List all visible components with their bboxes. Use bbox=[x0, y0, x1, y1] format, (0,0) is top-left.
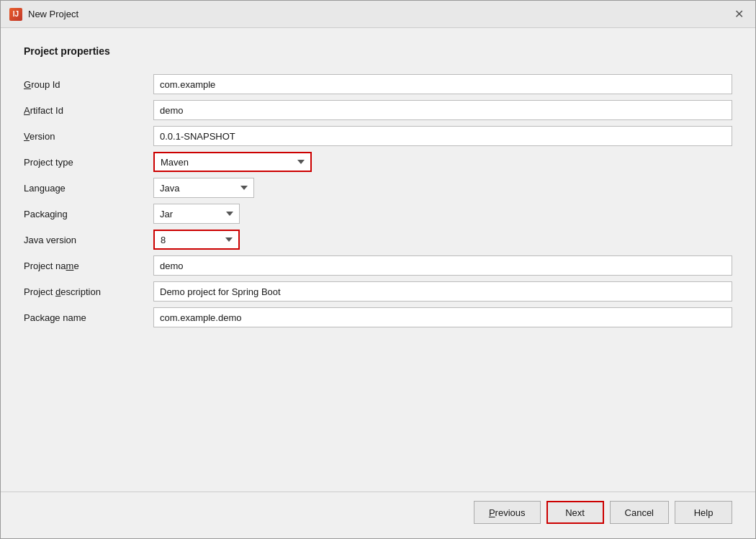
project-description-label: Project description bbox=[24, 281, 153, 303]
packaging-select[interactable]: Jar War bbox=[153, 204, 240, 224]
previous-button[interactable]: Previous bbox=[474, 501, 541, 524]
title-bar-left: IJ New Project bbox=[9, 8, 78, 21]
package-name-field bbox=[153, 304, 732, 330]
project-name-field bbox=[153, 253, 732, 278]
form-grid: Group Id Artifact Id Version Project typ… bbox=[24, 71, 732, 330]
language-field: Java Kotlin Groovy bbox=[153, 175, 732, 201]
java-version-field: 8 11 17 21 bbox=[153, 227, 732, 253]
project-name-label: Project name bbox=[24, 255, 153, 277]
next-button[interactable]: Next bbox=[546, 501, 604, 524]
version-label: Version bbox=[24, 125, 153, 148]
section-title: Project properties bbox=[24, 45, 732, 57]
group-id-input[interactable] bbox=[153, 74, 732, 94]
cancel-button[interactable]: Cancel bbox=[610, 501, 669, 524]
package-name-label: Package name bbox=[24, 307, 153, 329]
footer: Previous Next Cancel Help bbox=[1, 492, 755, 538]
package-name-input[interactable] bbox=[153, 307, 732, 327]
title-bar: IJ New Project ✕ bbox=[1, 1, 755, 28]
group-id-field bbox=[153, 71, 732, 97]
project-name-input[interactable] bbox=[153, 255, 732, 276]
artifact-id-label: Artifact Id bbox=[24, 99, 153, 122]
dialog-content: Project properties Group Id Artifact Id … bbox=[1, 28, 755, 492]
project-type-field: Maven Gradle - Groovy Gradle - Kotlin bbox=[153, 149, 732, 175]
language-label: Language bbox=[24, 177, 153, 199]
java-version-select[interactable]: 8 11 17 21 bbox=[153, 230, 240, 250]
packaging-label: Packaging bbox=[24, 203, 153, 225]
project-description-field bbox=[153, 278, 732, 304]
artifact-id-input[interactable] bbox=[153, 100, 732, 120]
project-type-select[interactable]: Maven Gradle - Groovy Gradle - Kotlin bbox=[153, 152, 312, 172]
window-title: New Project bbox=[28, 9, 78, 19]
language-select[interactable]: Java Kotlin Groovy bbox=[153, 178, 254, 198]
project-type-label: Project type bbox=[24, 151, 153, 173]
artifact-id-field bbox=[153, 97, 732, 123]
group-id-label: Group Id bbox=[24, 73, 153, 96]
version-input[interactable] bbox=[153, 126, 732, 146]
packaging-field: Jar War bbox=[153, 201, 732, 227]
version-field bbox=[153, 123, 732, 149]
project-description-input[interactable] bbox=[153, 281, 732, 302]
close-button[interactable]: ✕ bbox=[731, 6, 747, 22]
new-project-dialog: IJ New Project ✕ Project properties Grou… bbox=[0, 0, 756, 539]
help-button[interactable]: Help bbox=[675, 501, 732, 524]
java-version-label: Java version bbox=[24, 229, 153, 251]
app-icon: IJ bbox=[9, 8, 22, 21]
